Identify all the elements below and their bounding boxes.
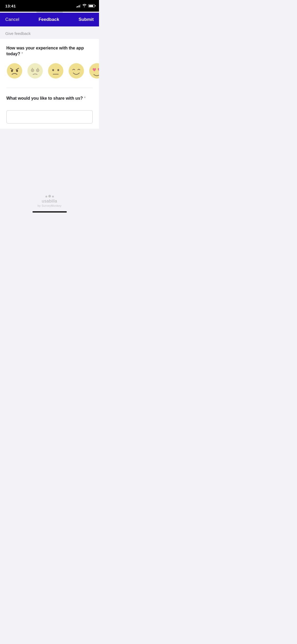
svg-point-5	[27, 63, 43, 79]
form-divider	[6, 88, 93, 88]
section-label: Give feedback	[0, 26, 99, 39]
svg-point-12	[48, 63, 63, 79]
required-star-1: *	[21, 52, 23, 56]
form-content: How was your experience with the app tod…	[0, 39, 99, 129]
signal-icon	[76, 4, 81, 7]
wifi-icon	[82, 4, 87, 8]
required-star-2: *	[84, 96, 86, 100]
emoji-neutral-button[interactable]	[48, 62, 64, 79]
svg-point-4	[16, 70, 18, 72]
logo-dot	[52, 196, 54, 197]
cancel-button[interactable]: Cancel	[5, 17, 19, 22]
emoji-love-button[interactable]	[89, 62, 99, 79]
submit-button[interactable]: Submit	[78, 17, 94, 22]
nav-title: Feedback	[39, 17, 59, 22]
brand-name: usabilla	[42, 199, 57, 204]
emoji-angry-button[interactable]	[6, 62, 23, 79]
svg-point-0	[7, 63, 22, 79]
status-time: 13:41	[5, 4, 16, 8]
svg-point-3	[11, 70, 13, 72]
svg-point-7	[32, 70, 33, 71]
question-2-label: What would you like to share with us? *	[6, 95, 93, 101]
status-bar: 13:41	[0, 0, 99, 12]
feedback-text-input[interactable]	[6, 110, 93, 123]
svg-point-11	[37, 68, 38, 69]
logo-dot	[45, 196, 47, 197]
emoji-rating-row	[6, 62, 93, 79]
pull-indicator	[36, 12, 63, 13]
logo-dot	[48, 195, 51, 197]
question-1-section: How was your experience with the app tod…	[0, 39, 99, 87]
svg-point-16	[69, 63, 84, 79]
status-icons	[76, 4, 95, 8]
home-indicator	[32, 211, 67, 213]
usabilla-logo: usabilla by SurveyMonkey	[37, 195, 61, 207]
question-1-label: How was your experience with the app tod…	[6, 45, 93, 57]
footer: usabilla by SurveyMonkey	[0, 195, 99, 207]
emoji-sad-button[interactable]	[27, 62, 43, 79]
nav-bar: Cancel Feedback Submit	[0, 13, 99, 26]
battery-icon	[88, 4, 95, 7]
emoji-happy-button[interactable]	[68, 62, 84, 79]
brand-subtext: by SurveyMonkey	[37, 204, 61, 207]
svg-point-9	[37, 70, 38, 71]
svg-point-14	[57, 69, 59, 71]
svg-point-10	[32, 68, 33, 69]
svg-point-13	[52, 69, 54, 71]
question-2-section: What would you like to share with us? *	[0, 89, 99, 129]
